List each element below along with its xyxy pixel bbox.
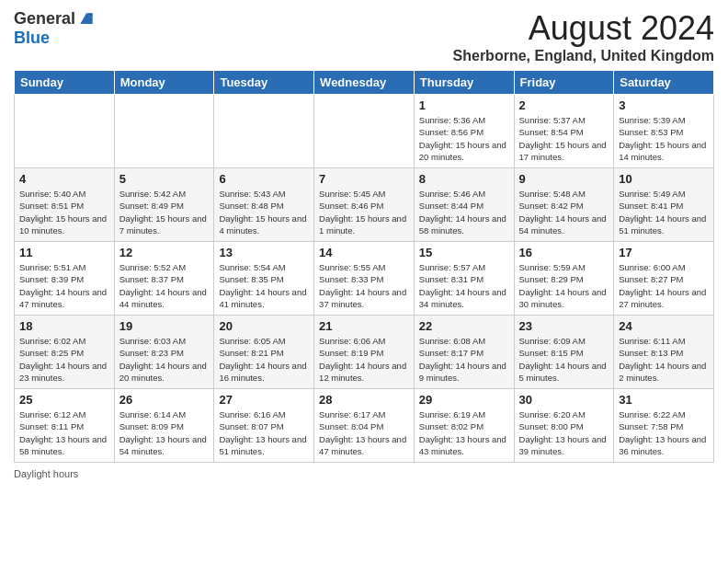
calendar-cell bbox=[214, 95, 314, 168]
cell-sun-info: Sunrise: 6:09 AMSunset: 8:15 PMDaylight:… bbox=[519, 335, 609, 384]
daylight-hours-label: Daylight hours bbox=[14, 468, 78, 479]
cell-sun-info: Sunrise: 5:59 AMSunset: 8:29 PMDaylight:… bbox=[519, 261, 609, 310]
calendar-cell: 9Sunrise: 5:48 AMSunset: 8:42 PMDaylight… bbox=[514, 168, 614, 242]
logo-general-text: General bbox=[14, 9, 75, 29]
cell-sun-info: Sunrise: 5:48 AMSunset: 8:42 PMDaylight:… bbox=[519, 188, 609, 236]
calendar-cell: 29Sunrise: 6:19 AMSunset: 8:02 PMDayligh… bbox=[414, 389, 514, 463]
calendar-cell: 16Sunrise: 5:59 AMSunset: 8:29 PMDayligh… bbox=[514, 242, 614, 316]
cell-day-number: 31 bbox=[619, 393, 709, 407]
cell-day-number: 12 bbox=[119, 246, 210, 259]
cell-day-number: 3 bbox=[619, 98, 709, 112]
calendar-week-row: 4Sunrise: 5:40 AMSunset: 8:51 PMDaylight… bbox=[15, 168, 714, 242]
cell-sun-info: Sunrise: 6:17 AMSunset: 8:04 PMDaylight:… bbox=[319, 408, 409, 457]
calendar-cell: 30Sunrise: 6:20 AMSunset: 8:00 PMDayligh… bbox=[514, 389, 614, 463]
calendar-cell: 28Sunrise: 6:17 AMSunset: 8:04 PMDayligh… bbox=[314, 389, 415, 463]
calendar-cell: 4Sunrise: 5:40 AMSunset: 8:51 PMDaylight… bbox=[15, 168, 115, 242]
cell-day-number: 8 bbox=[419, 172, 509, 186]
calendar-cell bbox=[314, 95, 415, 168]
cell-sun-info: Sunrise: 6:05 AMSunset: 8:21 PMDaylight:… bbox=[219, 335, 309, 384]
cell-day-number: 16 bbox=[519, 246, 609, 259]
cell-sun-info: Sunrise: 5:46 AMSunset: 8:44 PMDaylight:… bbox=[419, 188, 509, 236]
cell-day-number: 4 bbox=[19, 172, 109, 186]
cell-day-number: 2 bbox=[519, 98, 609, 112]
calendar-page: General Blue August 2024 Sherborne, Engl… bbox=[0, 0, 728, 563]
calendar-cell: 21Sunrise: 6:06 AMSunset: 8:19 PMDayligh… bbox=[314, 316, 415, 389]
logo-icon bbox=[77, 10, 96, 29]
calendar-cell: 22Sunrise: 6:08 AMSunset: 8:17 PMDayligh… bbox=[414, 316, 514, 389]
calendar-cell bbox=[15, 95, 115, 168]
cell-day-number: 21 bbox=[319, 319, 409, 333]
cell-sun-info: Sunrise: 5:36 AMSunset: 8:56 PMDaylight:… bbox=[419, 114, 509, 163]
cell-sun-info: Sunrise: 5:52 AMSunset: 8:37 PMDaylight:… bbox=[119, 261, 210, 310]
cell-day-number: 13 bbox=[219, 246, 309, 259]
cell-day-number: 17 bbox=[619, 246, 709, 259]
header-tuesday: Tuesday bbox=[214, 71, 314, 95]
calendar-cell: 23Sunrise: 6:09 AMSunset: 8:15 PMDayligh… bbox=[514, 316, 614, 389]
cell-day-number: 22 bbox=[419, 319, 509, 333]
cell-sun-info: Sunrise: 5:40 AMSunset: 8:51 PMDaylight:… bbox=[19, 188, 109, 236]
calendar-cell: 1Sunrise: 5:36 AMSunset: 8:56 PMDaylight… bbox=[414, 95, 514, 168]
calendar-cell: 26Sunrise: 6:14 AMSunset: 8:09 PMDayligh… bbox=[114, 389, 214, 463]
location: Sherborne, England, United Kingdom bbox=[453, 48, 714, 64]
cell-sun-info: Sunrise: 5:57 AMSunset: 8:31 PMDaylight:… bbox=[419, 261, 509, 310]
cell-day-number: 15 bbox=[419, 246, 509, 259]
calendar-cell: 17Sunrise: 6:00 AMSunset: 8:27 PMDayligh… bbox=[614, 242, 714, 316]
cell-sun-info: Sunrise: 6:12 AMSunset: 8:11 PMDaylight:… bbox=[19, 408, 109, 457]
cell-day-number: 19 bbox=[119, 319, 210, 333]
cell-day-number: 5 bbox=[119, 172, 210, 186]
cell-day-number: 6 bbox=[219, 172, 309, 186]
cell-day-number: 18 bbox=[19, 319, 109, 333]
cell-sun-info: Sunrise: 5:49 AMSunset: 8:41 PMDaylight:… bbox=[619, 188, 709, 236]
calendar-week-row: 18Sunrise: 6:02 AMSunset: 8:25 PMDayligh… bbox=[15, 316, 714, 389]
calendar-week-row: 11Sunrise: 5:51 AMSunset: 8:39 PMDayligh… bbox=[15, 242, 714, 316]
cell-sun-info: Sunrise: 5:51 AMSunset: 8:39 PMDaylight:… bbox=[19, 261, 109, 310]
header-thursday: Thursday bbox=[414, 71, 514, 95]
cell-sun-info: Sunrise: 5:43 AMSunset: 8:48 PMDaylight:… bbox=[219, 188, 309, 236]
calendar-cell: 5Sunrise: 5:42 AMSunset: 8:49 PMDaylight… bbox=[114, 168, 214, 242]
title-section: August 2024 Sherborne, England, United K… bbox=[453, 9, 714, 64]
calendar-week-row: 25Sunrise: 6:12 AMSunset: 8:11 PMDayligh… bbox=[15, 389, 714, 463]
footer: Daylight hours bbox=[14, 468, 714, 479]
calendar-table: Sunday Monday Tuesday Wednesday Thursday… bbox=[14, 70, 714, 463]
cell-sun-info: Sunrise: 6:11 AMSunset: 8:13 PMDaylight:… bbox=[619, 335, 709, 384]
month-year: August 2024 bbox=[453, 9, 714, 48]
calendar-cell: 20Sunrise: 6:05 AMSunset: 8:21 PMDayligh… bbox=[214, 316, 314, 389]
header-friday: Friday bbox=[514, 71, 614, 95]
calendar-cell: 7Sunrise: 5:45 AMSunset: 8:46 PMDaylight… bbox=[314, 168, 415, 242]
cell-day-number: 27 bbox=[219, 393, 309, 407]
calendar-cell: 19Sunrise: 6:03 AMSunset: 8:23 PMDayligh… bbox=[114, 316, 214, 389]
cell-sun-info: Sunrise: 6:20 AMSunset: 8:00 PMDaylight:… bbox=[519, 408, 609, 457]
calendar-cell: 18Sunrise: 6:02 AMSunset: 8:25 PMDayligh… bbox=[15, 316, 115, 389]
calendar-cell: 14Sunrise: 5:55 AMSunset: 8:33 PMDayligh… bbox=[314, 242, 415, 316]
logo-blue-text: Blue bbox=[14, 29, 50, 48]
calendar-cell: 8Sunrise: 5:46 AMSunset: 8:44 PMDaylight… bbox=[414, 168, 514, 242]
calendar-cell: 15Sunrise: 5:57 AMSunset: 8:31 PMDayligh… bbox=[414, 242, 514, 316]
calendar-cell: 31Sunrise: 6:22 AMSunset: 7:58 PMDayligh… bbox=[614, 389, 714, 463]
cell-sun-info: Sunrise: 6:08 AMSunset: 8:17 PMDaylight:… bbox=[419, 335, 509, 384]
cell-sun-info: Sunrise: 6:03 AMSunset: 8:23 PMDaylight:… bbox=[119, 335, 210, 384]
cell-day-number: 25 bbox=[19, 393, 109, 407]
calendar-cell: 27Sunrise: 6:16 AMSunset: 8:07 PMDayligh… bbox=[214, 389, 314, 463]
cell-day-number: 14 bbox=[319, 246, 409, 259]
cell-sun-info: Sunrise: 5:55 AMSunset: 8:33 PMDaylight:… bbox=[319, 261, 409, 310]
weekday-header-row: Sunday Monday Tuesday Wednesday Thursday… bbox=[15, 71, 714, 95]
header: General Blue August 2024 Sherborne, Engl… bbox=[14, 9, 714, 64]
cell-day-number: 7 bbox=[319, 172, 409, 186]
cell-sun-info: Sunrise: 6:06 AMSunset: 8:19 PMDaylight:… bbox=[319, 335, 409, 384]
cell-sun-info: Sunrise: 6:14 AMSunset: 8:09 PMDaylight:… bbox=[119, 408, 210, 457]
calendar-cell: 2Sunrise: 5:37 AMSunset: 8:54 PMDaylight… bbox=[514, 95, 614, 168]
cell-sun-info: Sunrise: 5:37 AMSunset: 8:54 PMDaylight:… bbox=[519, 114, 609, 163]
calendar-cell: 13Sunrise: 5:54 AMSunset: 8:35 PMDayligh… bbox=[214, 242, 314, 316]
cell-sun-info: Sunrise: 5:39 AMSunset: 8:53 PMDaylight:… bbox=[619, 114, 709, 163]
calendar-cell: 6Sunrise: 5:43 AMSunset: 8:48 PMDaylight… bbox=[214, 168, 314, 242]
calendar-cell: 10Sunrise: 5:49 AMSunset: 8:41 PMDayligh… bbox=[614, 168, 714, 242]
cell-sun-info: Sunrise: 6:02 AMSunset: 8:25 PMDaylight:… bbox=[19, 335, 109, 384]
calendar-cell: 24Sunrise: 6:11 AMSunset: 8:13 PMDayligh… bbox=[614, 316, 714, 389]
cell-sun-info: Sunrise: 6:00 AMSunset: 8:27 PMDaylight:… bbox=[619, 261, 709, 310]
cell-day-number: 1 bbox=[419, 98, 509, 112]
cell-day-number: 10 bbox=[619, 172, 709, 186]
cell-day-number: 20 bbox=[219, 319, 309, 333]
calendar-cell bbox=[114, 95, 214, 168]
cell-sun-info: Sunrise: 5:42 AMSunset: 8:49 PMDaylight:… bbox=[119, 188, 210, 236]
cell-day-number: 26 bbox=[119, 393, 210, 407]
